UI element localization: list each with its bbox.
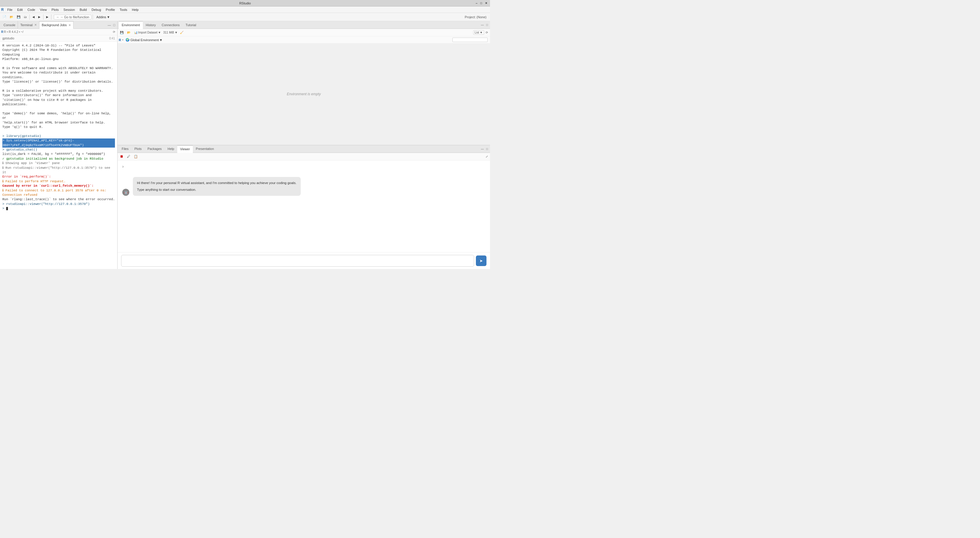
menu-item-build[interactable]: Build xyxy=(77,7,89,12)
tab-terminal[interactable]: Terminal ✕ xyxy=(18,21,40,29)
addins-button[interactable]: Addins ▼ xyxy=(95,15,111,19)
forward-button[interactable]: ▶ xyxy=(37,14,42,19)
chat-input-area: ➤ xyxy=(118,252,490,269)
console-line: Copyright (C) 2024 The R Foundation for … xyxy=(2,48,115,57)
title-text: RStudio xyxy=(239,2,251,5)
clear-console-button[interactable]: ⟳ xyxy=(112,30,116,34)
chat-send-button[interactable]: ➤ xyxy=(476,255,487,266)
save-workspace-button[interactable]: 💾 xyxy=(119,30,125,35)
tab-history[interactable]: History xyxy=(143,21,159,29)
tab-plots[interactable]: Plots xyxy=(131,145,144,153)
bullet-sep: • xyxy=(122,38,124,41)
clear-environment-button[interactable]: 🧹 xyxy=(179,30,185,35)
bot-avatar: 🤖 xyxy=(122,188,130,196)
bot-message-line2: Type anything to start our conversation. xyxy=(137,187,297,192)
toolbar-separator-4 xyxy=(92,14,93,20)
console-line: > gptstudio_chat() xyxy=(2,148,115,152)
chat-message-row: 🤖 Hi there! I'm your personal R virtual … xyxy=(122,177,485,196)
console-line: ℹ Showing app in 'Viewer' pane xyxy=(2,161,115,166)
tab-presentation[interactable]: Presentation xyxy=(193,145,217,153)
console-area: R R • R 4.4.2 • ~/ ⟳ gptstudio 0:41 R ve… xyxy=(0,29,117,269)
left-tab-actions: — □ xyxy=(107,23,116,27)
menu-item-session[interactable]: Session xyxy=(61,7,77,12)
close-button[interactable]: ✕ xyxy=(484,2,488,5)
console-toolbar: R R • R 4.4.2 • ~/ ⟳ xyxy=(0,29,117,35)
background-jobs-close-icon[interactable]: ✕ xyxy=(68,24,71,27)
tab-files[interactable]: Files xyxy=(119,145,131,153)
tab-background-jobs[interactable]: Background Jobs ✕ xyxy=(40,21,73,29)
console-line: Type 'licence()' or 'license()' for dist… xyxy=(2,80,115,84)
viewer-right-actions: ⤢ xyxy=(485,154,489,158)
refresh-env-button[interactable]: ⟳ xyxy=(485,30,489,35)
connections-tab-label: Connections xyxy=(162,23,180,27)
project-label: Project: (None) xyxy=(465,15,489,19)
load-workspace-button[interactable]: 📂 xyxy=(126,30,132,35)
right-panel: Environment History Connections Tutorial… xyxy=(118,21,490,269)
bot-message-line1: Hi there! I'm your personal R virtual as… xyxy=(137,180,297,186)
collapse-bottom-button[interactable]: — xyxy=(480,147,485,151)
new-file-button[interactable]: 📄 xyxy=(1,14,8,19)
copy-viewer-button[interactable]: 📋 xyxy=(132,154,139,159)
presentation-tab-label: Presentation xyxy=(196,147,214,151)
minimize-panel-button[interactable]: — xyxy=(107,23,112,27)
tab-connections[interactable]: Connections xyxy=(159,21,183,29)
console-line: Type 'q()' to quit R. xyxy=(2,125,115,129)
console-path: gptstudio xyxy=(2,37,14,40)
goto-file-input[interactable]: → → Go to file/function xyxy=(54,15,91,19)
r-logo: R xyxy=(1,8,4,12)
menu-item-code[interactable]: Code xyxy=(25,7,37,12)
menubar: R FileEditCodeViewPlotsSessionBuildDebug… xyxy=(0,6,490,13)
menu-item-tools[interactable]: Tools xyxy=(117,7,130,12)
tab-viewer[interactable]: Viewer xyxy=(177,145,193,153)
run-button[interactable]: ▶ xyxy=(45,14,50,19)
list-button[interactable]: List ▼ xyxy=(473,30,484,35)
menu-item-profile[interactable]: Profile xyxy=(103,7,117,12)
import-dataset-button[interactable]: 📊 Import Dataset ▼ xyxy=(133,30,162,35)
tab-help[interactable]: Help xyxy=(165,145,177,153)
memory-display: 311 MiB ▼ xyxy=(164,31,178,34)
expand-bottom-button[interactable]: □ xyxy=(485,147,489,151)
import-chevron: ▼ xyxy=(158,31,161,34)
minimize-button[interactable]: – xyxy=(474,2,479,5)
viewer-toolbar: ⏹ 🖊 📋 ⤢ xyxy=(118,153,490,161)
env-empty-content: Environment is empty xyxy=(118,43,490,145)
menu-item-help[interactable]: Help xyxy=(130,7,141,12)
r-env-label: R xyxy=(119,38,121,42)
menu-item-file[interactable]: File xyxy=(5,7,15,12)
r-version-text: R • R 4.4.2 • ~/ xyxy=(4,30,23,33)
open-file-button[interactable]: 📂 xyxy=(8,14,15,19)
addins-label: Addins xyxy=(96,15,107,19)
console-line: ℹ Failed to connect to 127.0.0.1 port 35… xyxy=(2,188,115,197)
tab-tutorial[interactable]: Tutorial xyxy=(183,21,199,29)
back-button[interactable]: ◀ xyxy=(31,14,36,19)
maximize-panel-button[interactable]: □ xyxy=(112,23,116,27)
env-search-input[interactable] xyxy=(452,38,488,42)
window-controls: – □ ✕ xyxy=(474,2,488,5)
tab-console[interactable]: Console xyxy=(1,21,18,29)
save-button[interactable]: 💾 xyxy=(15,14,22,19)
maximize-button[interactable]: □ xyxy=(479,2,483,5)
plots-tab-label: Plots xyxy=(134,147,142,151)
menu-item-plots[interactable]: Plots xyxy=(49,7,61,12)
chat-back-button[interactable]: › xyxy=(121,163,125,170)
menu-item-view[interactable]: View xyxy=(38,7,49,12)
save-all-button[interactable]: 🗂 xyxy=(22,14,28,19)
tab-packages[interactable]: Packages xyxy=(145,145,165,153)
stop-viewer-button[interactable]: ⏹ xyxy=(119,154,125,159)
goto-label: → Go to file/function xyxy=(60,15,89,19)
files-tab-label: Files xyxy=(122,147,129,151)
refresh-viewer-button[interactable]: 🖊 xyxy=(126,154,131,159)
chat-input[interactable] xyxy=(121,255,474,267)
send-icon: ➤ xyxy=(479,258,483,263)
expand-viewer-button[interactable]: ⤢ xyxy=(485,154,489,158)
collapse-top-button[interactable]: — xyxy=(480,23,485,27)
left-panel: Console Terminal ✕ Background Jobs ✕ — □… xyxy=(0,21,118,269)
global-env-dropdown[interactable]: 🌍 Global Environment ▼ xyxy=(124,38,164,42)
menu-item-edit[interactable]: Edit xyxy=(15,7,25,12)
terminal-close-icon[interactable]: ✕ xyxy=(34,23,37,27)
expand-top-button[interactable]: □ xyxy=(485,23,489,27)
console-line: Caused by error in `curl::curl_fetch_mem… xyxy=(2,184,115,188)
menu-item-debug[interactable]: Debug xyxy=(89,7,103,12)
left-tab-bar: Console Terminal ✕ Background Jobs ✕ — □ xyxy=(0,21,117,29)
tab-environment[interactable]: Environment xyxy=(119,21,143,29)
